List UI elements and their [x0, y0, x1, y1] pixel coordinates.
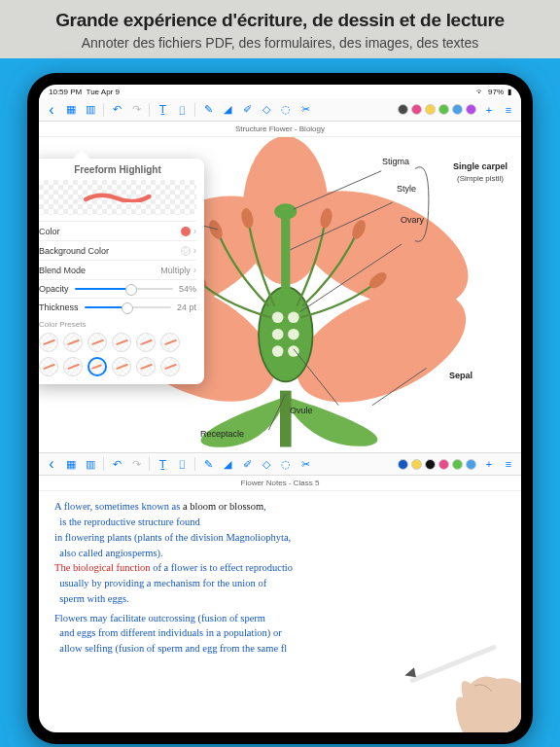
svg-point-9	[272, 312, 284, 324]
label-style: Style	[397, 184, 416, 194]
back-button[interactable]: ‹	[45, 103, 58, 117]
color-palette-bottom	[398, 459, 476, 470]
status-right: ᯤ97%▮	[472, 88, 511, 96]
row-color[interactable]: Color ›	[39, 221, 196, 240]
highlighter-icon[interactable]: ◢	[221, 103, 234, 117]
text-box-icon[interactable]: ⌷	[175, 457, 189, 471]
row-thickness[interactable]: Thickness 24 pt	[39, 298, 196, 316]
preset[interactable]	[136, 333, 156, 352]
label-ovary: Ovary	[401, 215, 424, 225]
page-icon[interactable]: ▥	[84, 457, 97, 471]
svg-rect-5	[280, 391, 292, 447]
undo-icon[interactable]: ↶	[110, 103, 123, 117]
preset[interactable]	[136, 357, 156, 376]
svg-point-13	[272, 345, 284, 357]
preset-selected[interactable]	[88, 357, 107, 376]
undo-icon[interactable]: ↶	[110, 457, 123, 471]
preset[interactable]	[63, 357, 83, 376]
svg-point-10	[288, 312, 299, 324]
bg-color-dot	[181, 246, 191, 256]
lasso-icon[interactable]: ◌	[279, 103, 293, 117]
text-box-icon[interactable]: ⌷	[175, 103, 189, 117]
label-receptacle: Receptacle	[200, 429, 244, 439]
pen-icon[interactable]: ✎	[201, 103, 215, 117]
row-blend[interactable]: Blend Mode Multiply›	[39, 260, 196, 279]
add-button[interactable]: +	[482, 103, 496, 117]
highlighter-icon[interactable]: ◢	[221, 457, 234, 471]
presets-label: Color Presets	[39, 320, 196, 329]
brush-icon[interactable]: ✐	[240, 103, 254, 117]
grid-icon[interactable]: ▦	[64, 457, 78, 471]
text-tool-icon[interactable]: Ṯ	[156, 457, 169, 471]
preset[interactable]	[160, 357, 180, 376]
color-swatch[interactable]	[466, 104, 476, 115]
canvas-diagram[interactable]: Anther ent Stigma Style Ovary Single car…	[39, 137, 521, 452]
svg-point-14	[288, 345, 299, 357]
page-icon[interactable]: ▥	[84, 103, 97, 117]
color-swatch[interactable]	[411, 459, 422, 470]
eraser-icon[interactable]: ◇	[260, 103, 273, 117]
row-opacity[interactable]: Opacity 54%	[39, 279, 196, 298]
color-swatch[interactable]	[466, 459, 476, 470]
label-sepal: Sepal	[449, 371, 472, 380]
color-swatch[interactable]	[411, 104, 422, 115]
eraser-icon[interactable]: ◇	[260, 457, 273, 471]
label-single-carpel: Single carpel	[453, 161, 508, 171]
toolbar-top: ‹ ▦ ▥ ↶ ↷ Ṯ ⌷ ✎ ◢ ✐ ◇ ◌ ✂ +	[39, 98, 521, 122]
add-button[interactable]: +	[482, 457, 496, 471]
thickness-slider[interactable]	[85, 306, 171, 308]
preset[interactable]	[88, 333, 107, 352]
more-icon[interactable]: ≡	[502, 103, 515, 117]
preset[interactable]	[39, 333, 58, 352]
preset[interactable]	[112, 333, 131, 352]
redo-icon[interactable]: ↷	[129, 103, 143, 117]
status-time: 10:59 PM Tue Apr 9	[49, 88, 120, 96]
toolbar-bottom: ‹ ▦ ▥ ↶ ↷ Ṯ ⌷ ✎ ◢ ✐ ◇ ◌ ✂ +	[39, 452, 521, 476]
color-swatch[interactable]	[398, 459, 408, 470]
hero-banner: Grande expérience d'écriture, de dessin …	[0, 0, 560, 58]
hero-title: Grande expérience d'écriture, de dessin …	[16, 10, 544, 31]
label-simple-pistil: (Simple pistil)	[457, 174, 504, 183]
color-swatch[interactable]	[438, 459, 449, 470]
color-swatch[interactable]	[425, 459, 436, 470]
preset[interactable]	[160, 333, 180, 352]
hand-with-pencil	[404, 625, 521, 732]
color-swatch[interactable]	[398, 104, 408, 115]
text-tool-icon[interactable]: Ṯ	[156, 103, 169, 117]
color-presets	[39, 333, 196, 376]
stroke-preview	[39, 180, 196, 215]
color-swatch[interactable]	[452, 104, 463, 115]
label-ovule: Ovule	[290, 406, 313, 415]
scissors-icon[interactable]: ✂	[298, 103, 312, 117]
pen-icon[interactable]: ✎	[201, 457, 215, 471]
svg-point-8	[274, 203, 297, 219]
status-bar: 10:59 PM Tue Apr 9 ᯤ97%▮	[39, 85, 521, 98]
row-bg-color[interactable]: Background Color ›	[39, 240, 196, 260]
preset[interactable]	[63, 333, 83, 352]
opacity-slider[interactable]	[75, 288, 173, 290]
more-icon[interactable]: ≡	[502, 457, 515, 471]
color-palette	[398, 104, 476, 115]
ipad-screen: 10:59 PM Tue Apr 9 ᯤ97%▮ ‹ ▦ ▥ ↶ ↷ Ṯ ⌷ ✎…	[39, 85, 521, 732]
ipad-frame: 10:59 PM Tue Apr 9 ᯤ97%▮ ‹ ▦ ▥ ↶ ↷ Ṯ ⌷ ✎…	[27, 73, 533, 744]
doc-title-top: Structure Flower - Biology	[39, 122, 521, 137]
color-swatch[interactable]	[438, 104, 449, 115]
redo-icon[interactable]: ↷	[129, 457, 143, 471]
svg-rect-7	[281, 216, 290, 306]
grid-icon[interactable]: ▦	[64, 103, 78, 117]
doc-title-bottom: Flower Notes - Class 5	[39, 476, 521, 491]
popup-title: Freeform Highlight	[39, 164, 196, 175]
color-dot	[181, 227, 191, 236]
color-swatch[interactable]	[425, 104, 436, 115]
svg-point-11	[272, 329, 284, 340]
highlight-popup: Freeform Highlight Color › Background Co…	[39, 159, 204, 384]
brush-icon[interactable]: ✐	[240, 457, 254, 471]
preset[interactable]	[39, 357, 58, 376]
back-button[interactable]: ‹	[45, 457, 58, 471]
lasso-icon[interactable]: ◌	[279, 457, 293, 471]
svg-point-12	[288, 329, 299, 340]
color-swatch[interactable]	[452, 459, 463, 470]
preset[interactable]	[112, 357, 131, 376]
scissors-icon[interactable]: ✂	[298, 457, 312, 471]
canvas-notes[interactable]: A flower, sometimes known as a bloom or …	[39, 491, 521, 732]
